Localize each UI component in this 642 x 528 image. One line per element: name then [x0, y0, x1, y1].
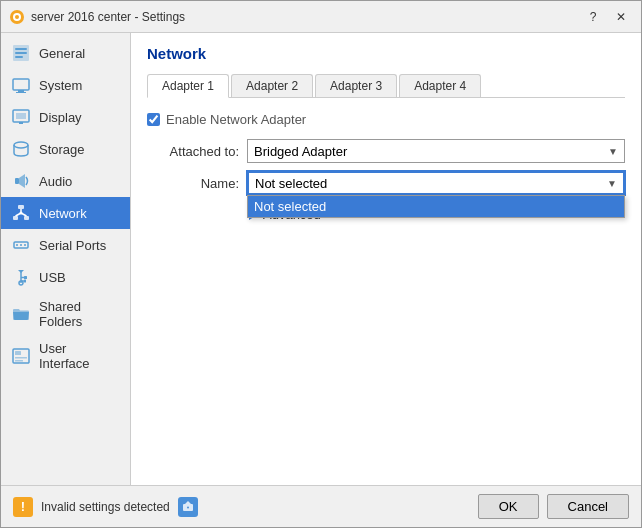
sidebar-label-user-interface: User Interface	[39, 341, 120, 371]
attached-to-value: Bridged Adapter	[254, 144, 347, 159]
svg-rect-37	[15, 360, 23, 362]
attached-to-arrow-icon: ▼	[608, 146, 618, 157]
sidebar-label-usb: USB	[39, 270, 66, 285]
sidebar: General System	[1, 33, 131, 485]
svg-point-40	[187, 506, 189, 508]
name-label: Name:	[147, 176, 247, 191]
svg-rect-5	[15, 52, 27, 54]
svg-point-25	[20, 244, 22, 246]
tab-adapter2[interactable]: Adapter 2	[231, 74, 313, 97]
name-dropdown-list: Not selected	[247, 195, 625, 218]
svg-rect-29	[24, 276, 27, 279]
attached-to-dropdown[interactable]: Bridged Adapter ▼	[247, 139, 625, 163]
panel-title: Network	[147, 45, 625, 62]
ui-icon	[11, 346, 31, 366]
svg-rect-17	[13, 216, 18, 220]
sidebar-label-serial-ports: Serial Ports	[39, 238, 106, 253]
sidebar-label-display: Display	[39, 110, 82, 125]
svg-point-26	[24, 244, 26, 246]
ok-button[interactable]: OK	[478, 494, 539, 519]
sidebar-label-audio: Audio	[39, 174, 72, 189]
svg-rect-11	[16, 113, 26, 119]
audio-icon	[11, 171, 31, 191]
svg-rect-14	[15, 178, 19, 184]
name-option-not-selected[interactable]: Not selected	[248, 196, 624, 217]
svg-rect-9	[16, 92, 26, 93]
svg-rect-35	[15, 351, 21, 355]
display-icon	[11, 107, 31, 127]
warning-icon: !	[13, 497, 33, 517]
content-area: General System	[1, 33, 641, 485]
sidebar-item-shared-folders[interactable]: Shared Folders	[1, 293, 130, 335]
app-icon	[9, 9, 25, 25]
name-arrow-icon: ▼	[607, 178, 617, 189]
svg-marker-39	[185, 501, 191, 504]
sidebar-label-shared-folders: Shared Folders	[39, 299, 120, 329]
svg-rect-16	[18, 205, 24, 209]
svg-point-24	[16, 244, 18, 246]
enable-network-adapter-label[interactable]: Enable Network Adapter	[166, 112, 306, 127]
folder-icon	[11, 304, 31, 324]
enable-checkbox-row: Enable Network Adapter	[147, 112, 625, 127]
system-icon	[11, 75, 31, 95]
sidebar-label-system: System	[39, 78, 82, 93]
svg-marker-28	[18, 270, 24, 273]
tabs-container: Adapter 1 Adapter 2 Adapter 3 Adapter 4	[147, 74, 625, 98]
attached-to-row: Attached to: Bridged Adapter ▼	[147, 139, 625, 163]
svg-rect-32	[24, 280, 26, 283]
svg-point-22	[20, 212, 23, 215]
sidebar-item-usb[interactable]: USB	[1, 261, 130, 293]
footer-status: ! Invalid settings detected	[13, 497, 198, 517]
sidebar-item-storage[interactable]: Storage	[1, 133, 130, 165]
enable-network-adapter-checkbox[interactable]	[147, 113, 160, 126]
sidebar-label-general: General	[39, 46, 85, 61]
sidebar-item-serial-ports[interactable]: Serial Ports	[1, 229, 130, 261]
svg-rect-7	[13, 79, 29, 90]
name-dropdown[interactable]: Not selected ▼ Not selected	[247, 171, 625, 195]
list-icon	[11, 43, 31, 63]
titlebar: server 2016 center - Settings ? ✕	[1, 1, 641, 33]
sidebar-label-storage: Storage	[39, 142, 85, 157]
svg-point-13	[14, 142, 28, 148]
status-text: Invalid settings detected	[41, 500, 170, 514]
sidebar-item-user-interface[interactable]: User Interface	[1, 335, 130, 377]
warning-badge-icon	[178, 497, 198, 517]
cancel-button[interactable]: Cancel	[547, 494, 629, 519]
svg-point-2	[15, 15, 19, 19]
name-dropdown-selected[interactable]: Not selected ▼	[247, 171, 625, 195]
tab-adapter3[interactable]: Adapter 3	[315, 74, 397, 97]
titlebar-buttons: ? ✕	[581, 7, 633, 27]
svg-marker-15	[19, 174, 25, 188]
attached-to-label: Attached to:	[147, 144, 247, 159]
sidebar-item-general[interactable]: General	[1, 37, 130, 69]
svg-rect-36	[15, 357, 27, 359]
svg-rect-18	[24, 216, 29, 220]
footer: ! Invalid settings detected OK Cancel	[1, 485, 641, 527]
main-panel: Network Adapter 1 Adapter 2 Adapter 3 Ad…	[131, 33, 641, 485]
help-button[interactable]: ?	[581, 7, 605, 27]
footer-buttons: OK Cancel	[478, 494, 629, 519]
settings-window: server 2016 center - Settings ? ✕ Genera…	[0, 0, 642, 528]
usb-icon	[11, 267, 31, 287]
sidebar-item-network[interactable]: Network	[1, 197, 130, 229]
sidebar-item-display[interactable]: Display	[1, 101, 130, 133]
attached-to-selected[interactable]: Bridged Adapter ▼	[247, 139, 625, 163]
close-button[interactable]: ✕	[609, 7, 633, 27]
storage-icon	[11, 139, 31, 159]
svg-rect-12	[19, 122, 23, 124]
svg-rect-6	[15, 56, 23, 58]
name-row: Name: Not selected ▼ Not selected	[147, 171, 625, 195]
sidebar-item-audio[interactable]: Audio	[1, 165, 130, 197]
svg-rect-4	[15, 48, 27, 50]
tab-adapter4[interactable]: Adapter 4	[399, 74, 481, 97]
sidebar-label-network: Network	[39, 206, 87, 221]
sidebar-item-system[interactable]: System	[1, 69, 130, 101]
serial-icon	[11, 235, 31, 255]
name-value: Not selected	[255, 176, 327, 191]
window-title: server 2016 center - Settings	[31, 10, 581, 24]
svg-rect-8	[18, 90, 24, 92]
network-icon	[11, 203, 31, 223]
tab-adapter1[interactable]: Adapter 1	[147, 74, 229, 98]
